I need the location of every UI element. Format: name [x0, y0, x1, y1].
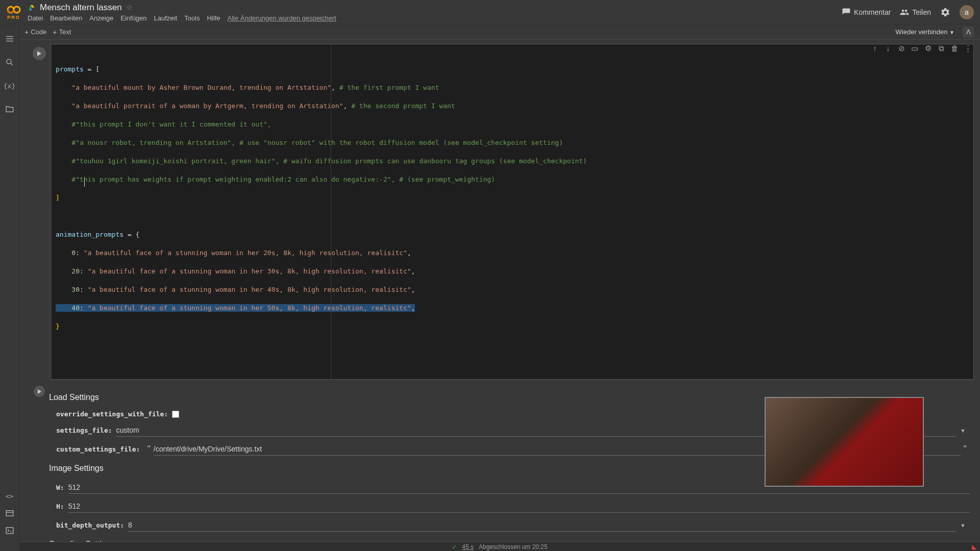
- cell-toolbar: ↑ ↓ ⊘ ▭ ⚙ ⧉ 🗑 ⋮: [870, 44, 973, 53]
- delete-icon[interactable]: 🗑: [949, 44, 960, 53]
- code-editor[interactable]: prompts = [ "a beautiful mount by Asher …: [49, 44, 974, 380]
- doc-title[interactable]: Mensch altern lassen: [40, 3, 122, 13]
- input-bit-depth[interactable]: [128, 519, 956, 532]
- toolbar: +Code +Text Wieder verbinden ▼ ᐱ: [0, 24, 980, 40]
- move-down-icon[interactable]: ↓: [883, 44, 893, 53]
- toc-icon[interactable]: [5, 34, 15, 44]
- variables-icon[interactable]: {x}: [5, 81, 15, 91]
- svg-rect-5: [6, 511, 13, 516]
- text-cursor: [84, 179, 85, 187]
- colab-logo-area[interactable]: PRO: [6, 5, 21, 20]
- run-form-button[interactable]: [34, 386, 45, 397]
- left-sidebar: {x} <>: [0, 24, 19, 542]
- add-text-button[interactable]: +Text: [53, 28, 71, 36]
- menu-laufzeit[interactable]: Laufzeit: [154, 14, 178, 22]
- menu-datei[interactable]: Datei: [28, 14, 43, 22]
- chevron-down-icon: ▼: [949, 30, 954, 35]
- play-icon: [37, 51, 42, 56]
- reconnect-button[interactable]: Wieder verbinden ▼: [892, 26, 959, 38]
- chevron-down-icon[interactable]: ▼: [956, 428, 970, 434]
- chevron-up-icon: ᐱ: [966, 28, 971, 36]
- label-h: H:: [56, 503, 64, 510]
- move-up-icon[interactable]: ↑: [870, 44, 880, 53]
- chevron-down-icon[interactable]: ▼: [956, 522, 970, 529]
- star-icon[interactable]: ☆: [126, 3, 133, 12]
- pro-badge: PRO: [7, 15, 20, 20]
- collapse-toggle[interactable]: ᐱ: [963, 27, 974, 38]
- label-w: W:: [56, 484, 64, 491]
- share-icon: [900, 8, 909, 17]
- drive-icon: [28, 4, 36, 12]
- code-snippets-icon[interactable]: <>: [5, 491, 15, 501]
- gear-icon: [940, 7, 950, 17]
- svg-rect-7: [6, 528, 13, 534]
- files-icon[interactable]: [5, 104, 15, 114]
- link-icon[interactable]: ⊘: [896, 44, 906, 53]
- avatar[interactable]: a: [960, 5, 974, 19]
- share-button[interactable]: Teilen: [900, 8, 931, 17]
- check-icon: ✓: [452, 543, 457, 550]
- code-cell-prompts: prompts = [ "a beautiful mount by Asher …: [30, 44, 974, 380]
- label-custom-settings: custom_settings_file:: [56, 445, 140, 453]
- mirror-icon[interactable]: ⧉: [936, 44, 946, 53]
- colab-logo-icon: [6, 5, 21, 15]
- menu-bar: Datei Bearbeiten Anzeige Einfügen Laufze…: [28, 14, 842, 22]
- status-time[interactable]: 45 s: [462, 543, 474, 550]
- status-bar: ✓ 45 s Abgeschlossen um 20:25 ◣: [19, 542, 980, 551]
- header-right: Kommentar Teilen a: [842, 5, 974, 19]
- cell-settings-icon[interactable]: ⚙: [923, 44, 933, 53]
- title-menu-area: Mensch altern lassen ☆ Datei Bearbeiten …: [28, 3, 842, 22]
- settings-button[interactable]: [940, 7, 950, 17]
- input-h[interactable]: [68, 500, 970, 513]
- comment-button[interactable]: Kommentar: [842, 8, 891, 17]
- menu-anzeige[interactable]: Anzeige: [89, 14, 113, 22]
- svg-line-4: [11, 63, 13, 65]
- svg-point-3: [7, 59, 11, 64]
- label-bit-depth: bit_depth_output:: [56, 521, 124, 529]
- add-code-button[interactable]: +Code: [24, 28, 46, 36]
- terminal-icon[interactable]: [5, 525, 15, 536]
- save-status[interactable]: Alle Änderungen wurden gespeichert: [227, 14, 336, 22]
- label-override: override_settings_with_file:: [56, 410, 168, 418]
- cell-comment-icon[interactable]: ▭: [910, 44, 920, 53]
- top-header: PRO Mensch altern lassen ☆ Datei Bearbei…: [0, 0, 980, 24]
- label-settings-file: settings_file:: [56, 427, 112, 434]
- comment-icon: [842, 8, 851, 17]
- status-error-icon[interactable]: ◣: [972, 543, 977, 550]
- menu-tools[interactable]: Tools: [184, 14, 200, 22]
- menu-einfuegen[interactable]: Einfügen: [120, 14, 146, 22]
- run-cell-button[interactable]: [33, 47, 46, 60]
- status-msg: Abgeschlossen um 20:25: [479, 543, 548, 550]
- checkbox-override[interactable]: [172, 411, 179, 418]
- editor-ruler: [331, 44, 331, 379]
- play-icon: [37, 389, 42, 394]
- more-icon[interactable]: ⋮: [963, 44, 973, 53]
- svg-point-1: [14, 7, 20, 13]
- search-icon[interactable]: [5, 57, 15, 67]
- webcam-overlay: [765, 397, 924, 487]
- menu-hilfe[interactable]: Hilfe: [207, 14, 220, 22]
- menu-bearbeiten[interactable]: Bearbeiten: [50, 14, 82, 22]
- command-palette-icon[interactable]: [5, 508, 15, 518]
